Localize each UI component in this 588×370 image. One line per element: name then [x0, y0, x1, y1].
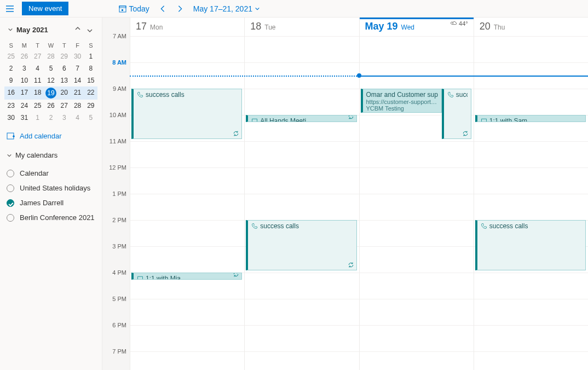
mini-cal-day[interactable]: 4 [71, 112, 84, 124]
calendar-checkbox[interactable] [7, 170, 14, 177]
mini-calendar[interactable]: SMTWTFS 25262728293012345678910111213141… [4, 41, 97, 124]
day-header[interactable]: 20Thu [474, 18, 588, 36]
weather-badge: 44° [449, 20, 468, 27]
mini-cal-day[interactable]: 3 [18, 62, 31, 74]
calendar-event[interactable]: All Hands Meeti [246, 115, 356, 122]
current-time-line [359, 76, 589, 77]
mini-cal-day[interactable]: 27 [57, 100, 71, 112]
current-time-line [130, 76, 359, 77]
mini-cal-day[interactable]: 28 [71, 100, 84, 112]
day-column[interactable]: 18TueAll Hands Meetisuccess calls [244, 18, 359, 370]
day-column[interactable]: May 19Wed44°Omar and Customer supporhttp… [359, 18, 474, 370]
mini-cal-day[interactable]: 5 [84, 112, 97, 124]
mini-cal-day[interactable]: 29 [84, 100, 97, 112]
mini-cal-day[interactable]: 8 [84, 62, 97, 74]
hour-label: 7 PM [112, 348, 126, 355]
mini-cal-day[interactable]: 17 [18, 86, 31, 100]
mini-cal-day[interactable]: 25 [4, 50, 18, 62]
hour-label: 4 PM [112, 269, 126, 276]
hour-label: 8 AM [112, 59, 126, 66]
calendar-event[interactable]: 1:1 with Sam [475, 115, 586, 122]
day-header[interactable]: 17Mon [130, 18, 244, 36]
mini-cal-day[interactable]: 1 [31, 112, 44, 124]
new-event-button[interactable]: New event [22, 2, 68, 15]
mini-cal-day[interactable]: 28 [44, 50, 57, 62]
mini-cal-day[interactable]: 30 [71, 50, 84, 62]
calendar-toggle[interactable]: Berlin Conference 2021 [4, 211, 97, 224]
calendar-checkbox[interactable] [7, 184, 14, 192]
mini-cal-day[interactable]: 19 [44, 86, 57, 100]
mini-cal-day[interactable]: 18 [31, 86, 44, 100]
prev-period-button[interactable] [158, 4, 167, 13]
today-button[interactable]: Today [119, 4, 149, 13]
mini-cal-day[interactable]: 20 [57, 86, 71, 100]
hour-label: 1 PM [112, 190, 126, 197]
mini-cal-day[interactable]: 11 [31, 74, 44, 86]
mini-month-header[interactable]: May 2021 [8, 26, 48, 34]
mini-next-month[interactable] [85, 25, 94, 34]
mini-cal-day[interactable]: 31 [18, 112, 31, 124]
today-label: Today [129, 4, 149, 13]
mini-cal-day[interactable]: 27 [31, 50, 44, 62]
next-period-button[interactable] [176, 4, 185, 13]
mini-cal-day[interactable]: 24 [18, 100, 31, 112]
hour-label: 5 PM [112, 296, 126, 302]
date-range-label: May 17–21, 2021 [193, 4, 252, 13]
recurring-icon [233, 273, 239, 278]
mini-cal-day[interactable]: 30 [4, 112, 18, 124]
mini-cal-day[interactable]: 23 [4, 100, 18, 112]
recurring-icon [348, 115, 354, 120]
mini-cal-day[interactable]: 26 [18, 50, 31, 62]
add-calendar-button[interactable]: Add calendar [4, 128, 97, 143]
hour-label: 2 PM [112, 217, 126, 223]
day-header[interactable]: May 19Wed44° [360, 18, 474, 36]
recurring-icon [233, 130, 239, 137]
hour-label: 6 PM [112, 322, 126, 328]
calendar-event[interactable]: success calls [246, 220, 356, 270]
current-time-dot [357, 73, 361, 78]
calendar-checkbox[interactable] [7, 199, 14, 207]
hour-label: 7 AM [113, 33, 126, 39]
mini-cal-day[interactable]: 2 [44, 112, 57, 124]
mini-cal-day[interactable]: 12 [44, 74, 57, 86]
date-range-picker[interactable]: May 17–21, 2021 [193, 4, 260, 13]
mini-prev-month[interactable] [73, 25, 82, 34]
mini-cal-day[interactable]: 4 [31, 62, 44, 74]
mini-cal-day[interactable]: 16 [4, 86, 18, 100]
calendar-event[interactable]: Omar and Customer supporhttps://customer… [361, 89, 442, 113]
menu-icon[interactable] [4, 3, 15, 14]
mini-cal-day[interactable]: 21 [71, 86, 84, 100]
mini-cal-day[interactable]: 26 [44, 100, 57, 112]
mini-cal-day[interactable]: 5 [44, 62, 57, 74]
svg-rect-2 [122, 9, 123, 11]
mini-cal-day[interactable]: 3 [57, 112, 71, 124]
mini-cal-day[interactable]: 7 [71, 62, 84, 74]
svg-rect-1 [119, 6, 126, 8]
mini-cal-day[interactable]: 1 [84, 50, 97, 62]
day-column[interactable]: 17Monsuccess calls1:1 with Mia [130, 18, 244, 370]
mini-cal-day[interactable]: 29 [57, 50, 71, 62]
day-header[interactable]: 18Tue [245, 18, 359, 36]
mini-cal-day[interactable]: 9 [4, 74, 18, 86]
calendar-event[interactable]: success calls [475, 220, 586, 270]
mini-cal-day[interactable]: 6 [57, 62, 71, 74]
mini-cal-day[interactable]: 10 [18, 74, 31, 86]
calendar-event[interactable]: 1:1 with Mia [131, 273, 242, 280]
calendar-event[interactable]: success calls [131, 89, 242, 139]
mini-cal-day[interactable]: 2 [4, 62, 18, 74]
hour-label: 9 AM [113, 85, 126, 92]
calendar-toggle[interactable]: United States holidays [4, 182, 97, 194]
day-column[interactable]: 20Thu1:1 with Samsuccess calls [474, 18, 588, 370]
mini-cal-day[interactable]: 25 [31, 100, 44, 112]
mini-cal-day[interactable]: 22 [84, 86, 97, 100]
mini-cal-day[interactable]: 15 [84, 74, 97, 86]
mini-cal-day[interactable]: 14 [71, 74, 84, 86]
my-calendars-header[interactable]: My calendars [4, 148, 97, 163]
calendar-toggle[interactable]: James Darrell [4, 196, 97, 209]
chevron-down-icon [255, 6, 260, 11]
svg-rect-0 [119, 6, 126, 12]
calendar-event[interactable]: success calls [442, 89, 471, 139]
calendar-toggle[interactable]: Calendar [4, 167, 97, 180]
calendar-checkbox[interactable] [7, 214, 14, 222]
mini-cal-day[interactable]: 13 [57, 74, 71, 86]
